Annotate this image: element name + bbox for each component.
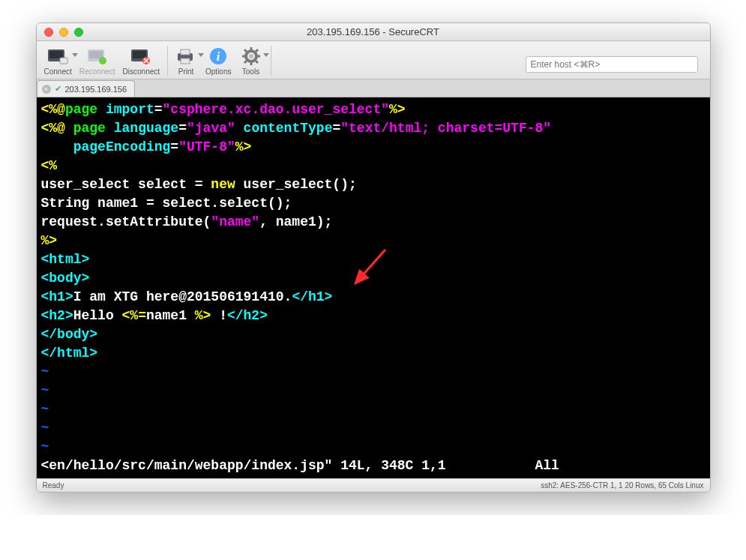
svg-rect-2: [60, 58, 67, 64]
window-controls: [37, 28, 83, 37]
statusbar: Ready ssh2: AES-256-CTR 1, 1 20 Rows, 65…: [37, 478, 710, 492]
print-button[interactable]: Print: [174, 46, 198, 76]
options-icon: i: [206, 46, 230, 67]
annotation-arrow-icon: [344, 246, 389, 291]
svg-point-15: [249, 54, 253, 58]
svg-point-5: [99, 57, 106, 64]
tabbar: × ✔ 203.195.169.156: [37, 79, 710, 97]
toolbar: Connect Reconnect Disconnect: [37, 41, 710, 79]
tools-button[interactable]: Tools: [239, 46, 263, 76]
svg-text:i: i: [217, 50, 220, 63]
svg-rect-4: [89, 51, 103, 58]
status-left: Ready: [43, 481, 64, 490]
svg-rect-11: [181, 58, 190, 64]
connect-icon: [46, 46, 70, 67]
close-window-icon[interactable]: [44, 28, 53, 37]
reconnect-label: Reconnect: [79, 67, 115, 76]
connect-label: Connect: [44, 67, 72, 76]
close-tab-icon[interactable]: ×: [42, 85, 51, 94]
options-button[interactable]: i Options: [205, 46, 231, 76]
print-icon: [174, 46, 198, 67]
reconnect-icon: [85, 46, 109, 67]
disconnect-icon: [129, 46, 153, 67]
chevron-down-icon[interactable]: [72, 53, 78, 57]
host-input[interactable]: [526, 56, 698, 73]
options-label: Options: [205, 67, 231, 76]
tools-label: Tools: [242, 67, 259, 76]
disconnect-button[interactable]: Disconnect: [123, 46, 160, 76]
svg-line-22: [256, 49, 258, 52]
chevron-down-icon[interactable]: [198, 53, 204, 57]
reconnect-button[interactable]: Reconnect: [79, 46, 115, 76]
svg-line-24: [355, 250, 385, 283]
status-right: ssh2: AES-256-CTR 1, 1 20 Rows, 65 Cols …: [541, 481, 703, 490]
app-window: 203.195.169.156 - SecureCRT Connect Reco…: [36, 22, 711, 493]
svg-rect-10: [181, 49, 190, 55]
window-title: 203.195.169.156 - SecureCRT: [37, 26, 710, 37]
session-tab[interactable]: × ✔ 203.195.169.156: [37, 80, 136, 97]
svg-line-21: [256, 61, 258, 63]
terminal[interactable]: <%@page import="csphere.xc.dao.user_sele…: [37, 97, 710, 478]
tools-icon: [239, 46, 263, 67]
svg-rect-7: [133, 51, 146, 58]
tab-label: 203.195.169.156: [65, 85, 127, 94]
connected-icon: ✔: [55, 84, 61, 94]
minimize-window-icon[interactable]: [59, 28, 68, 37]
svg-line-20: [244, 49, 247, 52]
connect-button[interactable]: Connect: [44, 46, 72, 76]
zoom-window-icon[interactable]: [74, 28, 83, 37]
print-label: Print: [178, 67, 194, 76]
chevron-down-icon[interactable]: [263, 53, 269, 57]
svg-line-23: [244, 61, 247, 63]
titlebar: 203.195.169.156 - SecureCRT: [37, 23, 710, 41]
disconnect-label: Disconnect: [123, 67, 160, 76]
